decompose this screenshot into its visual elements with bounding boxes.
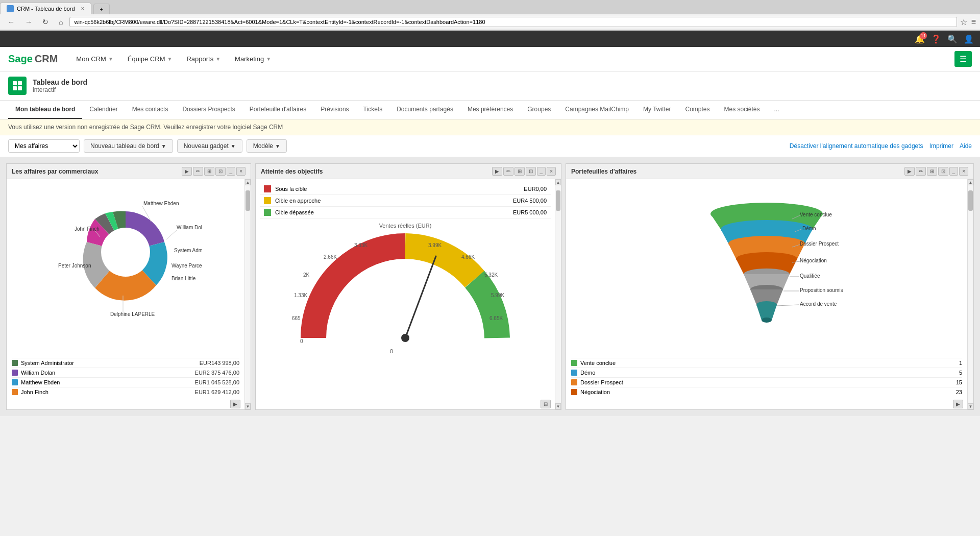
widget2-close-btn[interactable]: ×: [547, 167, 556, 176]
new-gadget-button[interactable]: Nouveau gadget ▼: [177, 139, 242, 153]
widget1-close-btn[interactable]: ×: [236, 167, 246, 176]
refresh-button[interactable]: ↻: [39, 16, 52, 28]
tab-item-10[interactable]: Campagnes MailChimp: [558, 101, 636, 119]
widget1-edit-btn[interactable]: ✏: [193, 167, 203, 176]
search-icon[interactable]: 🔍: [947, 34, 958, 44]
widget3-grid-btn[interactable]: ⊞: [927, 167, 937, 176]
widget2-scroll-down[interactable]: ▼: [555, 403, 561, 409]
widget3-expand-btn[interactable]: ⊡: [938, 167, 948, 176]
widget3-scroll-down[interactable]: ▼: [968, 403, 973, 409]
svg-line-6: [166, 230, 177, 239]
tab-close-btn[interactable]: ×: [81, 5, 85, 12]
svg-line-14: [777, 305, 799, 306]
print-link[interactable]: Imprimer: [929, 142, 953, 150]
notification-bell[interactable]: 🔔 11: [915, 34, 925, 44]
dashboard-area: Les affaires par commerciaux ▶ ✏ ⊞ ⊡ _ ×: [0, 157, 980, 416]
green-action-button[interactable]: ☰: [954, 51, 972, 67]
widget3-scrollbar[interactable]: ▲ ▼: [967, 179, 973, 409]
widget2-expand-btn[interactable]: ⊡: [526, 167, 536, 176]
widget1-scroll-up[interactable]: ▲: [245, 179, 251, 185]
widget2-edit-btn[interactable]: ✏: [503, 167, 513, 176]
browser-icons-group: ☆ ≡: [960, 17, 976, 27]
widget3-scroll-up[interactable]: ▲: [968, 179, 973, 185]
tab-item-3[interactable]: Dossiers Prospects: [175, 101, 242, 119]
svg-rect-1: [18, 81, 22, 85]
widget1-play-btn[interactable]: ▶: [182, 167, 192, 176]
page-title-bar: Tableau de bord interactif: [0, 71, 980, 101]
widget2-play-btn[interactable]: ▶: [492, 167, 502, 176]
bookmark-icon[interactable]: ☆: [960, 17, 967, 27]
tab-item-12[interactable]: Comptes: [678, 101, 717, 119]
widget1-grid-btn[interactable]: ⊞: [204, 167, 214, 176]
nav-rapports[interactable]: Rapports ▼: [180, 52, 227, 66]
tab-item-1[interactable]: Calendrier: [82, 101, 125, 119]
tab-item-2[interactable]: Mes contacts: [125, 101, 176, 119]
widget1-scroll-down[interactable]: ▼: [245, 403, 251, 409]
gauge-needle: [405, 256, 436, 338]
widget2-grid-btn[interactable]: ⊞: [514, 167, 525, 176]
widget1-minimize-btn[interactable]: _: [227, 167, 236, 176]
tab-item-6[interactable]: Tickets: [356, 101, 390, 119]
home-button[interactable]: ⌂: [55, 16, 66, 28]
help-link[interactable]: Aide: [960, 142, 972, 150]
widget3-scroll-right[interactable]: ▶: [953, 400, 963, 408]
browser-chrome: CRM - Tableau de bord × + ← → ↻ ⌂ ☆ ≡: [0, 0, 980, 31]
widget3-close-btn[interactable]: ×: [959, 167, 968, 176]
widget3-minimize-btn[interactable]: _: [949, 167, 959, 176]
model-button[interactable]: Modèle ▼: [247, 139, 287, 153]
tab-item-13[interactable]: Mes sociétés: [717, 101, 767, 119]
funnel-bottom-ellipse: [762, 318, 772, 323]
gauge-svg: 0 665 1.33K 2K 2.66K 3.33K 3.99K 4.66K 5…: [283, 231, 528, 363]
widget3-edit-btn[interactable]: ✏: [916, 167, 926, 176]
widget1-scroll-right[interactable]: ▶: [230, 400, 240, 408]
label-ebden: Matthew Ebden: [143, 201, 179, 206]
widget1-expand-btn[interactable]: ⊡: [215, 167, 226, 176]
page-title: Tableau de bord interactif: [33, 78, 87, 93]
widget-portefeuilles: Portefeuilles d'affaires ▶ ✏ ⊞ ⊡ _ ×: [566, 163, 974, 410]
gauge-legend-row: Cible en approche EUR4 500,00: [260, 195, 551, 207]
label-peter: Peter Johnson: [58, 263, 91, 269]
widget2-minimize-btn[interactable]: _: [537, 167, 546, 176]
nav-mon-crm[interactable]: Mon CRM ▼: [70, 52, 119, 66]
widget1-scrollbar[interactable]: ▲ ▼: [244, 179, 251, 409]
widget3-play-btn[interactable]: ▶: [904, 167, 915, 176]
tab-item-8[interactable]: Mes préférences: [460, 101, 520, 119]
widget2-scroll-thumb[interactable]: [556, 190, 560, 211]
widget3-title: Portefeuilles d'affaires: [571, 168, 636, 175]
sage-logo: Sage CRM: [8, 53, 58, 65]
tick-665: 665: [292, 315, 301, 321]
url-input[interactable]: [69, 17, 957, 27]
settings-icon[interactable]: ≡: [971, 17, 976, 27]
nav-marketing[interactable]: Marketing ▼: [229, 52, 277, 66]
forward-button[interactable]: →: [21, 16, 36, 28]
widget1-scroll-thumb[interactable]: [246, 190, 250, 211]
tab-item-11[interactable]: My Twitter: [636, 101, 678, 119]
new-dashboard-arrow: ▼: [161, 143, 166, 149]
gauge-pivot: [401, 334, 409, 342]
tab-item-9[interactable]: Groupes: [520, 101, 558, 119]
widget2-expand-bottom[interactable]: ⊟: [541, 400, 551, 408]
user-icon[interactable]: 👤: [964, 34, 974, 44]
widget2-scrollbar[interactable]: ▲ ▼: [555, 179, 561, 409]
widget2-scroll-up[interactable]: ▲: [555, 179, 561, 185]
dashboard-select[interactable]: Mes affaires: [8, 139, 80, 153]
nav-equipe-crm[interactable]: Équipe CRM ▼: [121, 52, 179, 66]
funnel-legend-item: Dossier Prospect 15: [571, 377, 962, 387]
auto-align-link[interactable]: Désactiver l'alignement automatique des …: [790, 142, 923, 150]
widget1-header: Les affaires par commerciaux ▶ ✏ ⊞ ⊡ _ ×: [7, 164, 251, 179]
tab-item-0[interactable]: Mon tableau de bord: [8, 101, 82, 119]
legend-item: John Finch EUR1 629 412,00: [12, 387, 239, 397]
tab-item-5[interactable]: Prévisions: [313, 101, 356, 119]
nav-arrow-0: ▼: [108, 56, 113, 62]
help-icon[interactable]: ❓: [931, 34, 941, 44]
back-button[interactable]: ←: [4, 16, 18, 28]
funnel-legend-item: Négociation 23: [571, 387, 962, 397]
new-dashboard-button[interactable]: Nouveau tableau de bord ▼: [84, 139, 173, 153]
tab-item-4[interactable]: Portefeuille d'affaires: [242, 101, 313, 119]
label-brian: Brian Little: [172, 276, 196, 281]
active-tab[interactable]: CRM - Tableau de bord ×: [0, 3, 91, 14]
tab-item-14[interactable]: ...: [767, 101, 787, 119]
new-tab[interactable]: +: [93, 4, 110, 14]
tab-item-7[interactable]: Documents partagés: [389, 101, 460, 119]
widget3-scroll-thumb[interactable]: [968, 190, 973, 211]
